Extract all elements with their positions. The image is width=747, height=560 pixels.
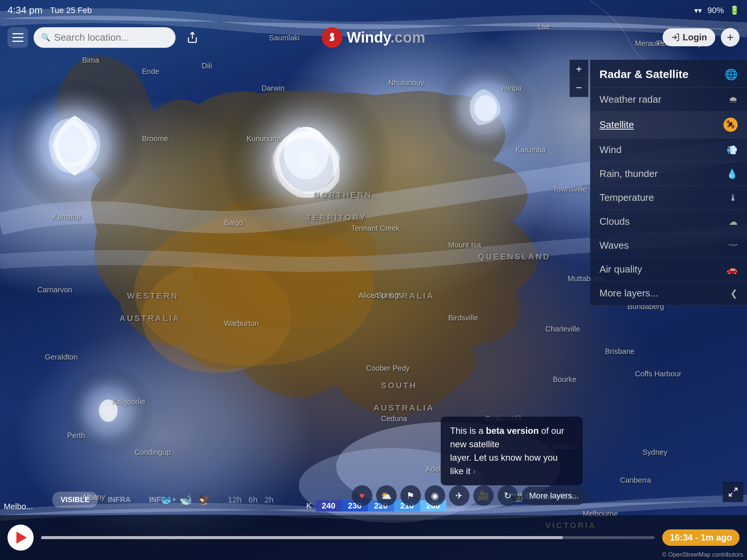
melb-label: Melbo... (4, 502, 33, 511)
svg-line-17 (729, 493, 732, 496)
timeline-progress (41, 536, 563, 539)
status-right: ▾▾ 90% 🔋 (694, 6, 740, 15)
battery-percent: 90% (707, 6, 724, 15)
beta-notice[interactable]: This is a beta version of our new satell… (441, 417, 583, 485)
time-labels: 12h 6h 2h (228, 495, 273, 505)
panel-row-clouds[interactable]: Clouds ☁ (590, 210, 747, 234)
satellite-active-badge: 🛰 (723, 118, 738, 132)
wind-label: Wind (599, 144, 622, 156)
right-panel: Radar & Satellite 🌐 Weather radar 🌧 Sate… (590, 60, 747, 305)
bird-icon[interactable]: 🦅 (198, 494, 211, 506)
zoom-controls: + − (570, 60, 588, 97)
panel-header: Radar & Satellite 🌐 (590, 60, 747, 88)
share-button[interactable] (183, 28, 202, 47)
filter-icons: 🐟 🐋 🦅 12h 6h 2h (161, 494, 273, 506)
svg-line-16 (734, 488, 737, 491)
top-right-buttons: Login + (663, 28, 740, 47)
waves-icon: 〰 (729, 240, 738, 251)
panel-row-wind[interactable]: Wind 💨 (590, 138, 747, 162)
play-button[interactable] (7, 525, 34, 551)
temperature-icon: 🌡 (729, 193, 738, 203)
satellite-label: Satellite (599, 119, 634, 131)
video-button[interactable]: 🎥 (473, 485, 494, 506)
tab-infra[interactable]: INFRA (100, 492, 139, 508)
search-bar[interactable]: 🔍 (34, 27, 176, 48)
login-button[interactable]: Login (663, 28, 715, 46)
menu-line-3 (12, 41, 24, 42)
search-icon: 🔍 (41, 33, 50, 42)
nav-button[interactable]: ◉ (425, 485, 445, 506)
panel-row-more-layers[interactable]: More layers... ❮ (590, 281, 747, 305)
panel-row-weather-radar[interactable]: Weather radar 🌧 (590, 88, 747, 112)
panel-title: Radar & Satellite (599, 68, 688, 81)
current-time-badge: 16:34 - 1m ago (662, 529, 740, 546)
panel-row-temperature[interactable]: Temperature 🌡 (590, 186, 747, 210)
more-layers-bottom-label: More layers... (529, 491, 579, 501)
status-bar: 4:34 pm Tue 25 Feb ▾▾ 90% 🔋 (0, 0, 747, 21)
play-triangle (16, 532, 27, 544)
more-layers-label: More layers... (599, 287, 658, 299)
scale-240: 240 (316, 500, 342, 511)
status-time: 4:34 pm (7, 4, 43, 16)
beta-text: This is a beta version of our new satell… (450, 426, 564, 476)
rain-icon: 💧 (726, 169, 738, 179)
timeline-track[interactable] (41, 536, 655, 539)
waves-label: Waves (599, 240, 629, 251)
panel-row-air-quality[interactable]: Air quality 🚗 (590, 258, 747, 281)
rain-label: Rain, thunder (599, 168, 658, 180)
collapse-icon: ❮ (730, 288, 738, 299)
wifi-icon: ▾▾ (694, 6, 702, 15)
air-quality-label: Air quality (599, 264, 642, 275)
timeline (41, 536, 655, 539)
zoom-in-button[interactable]: + (570, 60, 588, 78)
battery-icon: 🔋 (729, 6, 740, 15)
temperature-label: Temperature (599, 192, 654, 203)
flag-button[interactable]: ⚑ (400, 485, 421, 506)
bottom-bar: 16:34 - 1m ago (0, 515, 747, 560)
windy-text: Windy.com (347, 29, 425, 46)
zoom-out-button[interactable]: − (570, 78, 588, 97)
bottom-action-row: ♥ ⛅ ⚑ ◉ ✈ 🎥 ↻ More layers... (352, 485, 586, 506)
clouds-icon: ☁ (729, 217, 738, 227)
panel-row-rain[interactable]: Rain, thunder 💧 (590, 162, 747, 186)
panel-row-satellite[interactable]: Satellite 🛰 (590, 112, 747, 138)
air-quality-icon: 🚗 (726, 264, 738, 275)
globe-icon: 🌐 (725, 68, 738, 81)
menu-line-1 (12, 33, 24, 34)
plane-button[interactable]: ✈ (449, 485, 469, 506)
fullscreen-button[interactable] (723, 482, 743, 502)
windy-brand-icon (322, 27, 342, 48)
cycle-button[interactable]: ↻ (498, 485, 518, 506)
more-layers-bottom-button[interactable]: More layers... (522, 486, 586, 505)
weather-radar-label: Weather radar (599, 94, 661, 105)
scale-unit-label: K (306, 501, 312, 511)
top-bar: 🔍 Windy.com Login + (0, 21, 747, 54)
tab-visible[interactable]: VISIBLE (52, 492, 98, 508)
status-date: Tue 25 Feb (50, 6, 92, 15)
add-button[interactable]: + (721, 28, 740, 47)
heart-button[interactable]: ♥ (352, 485, 372, 506)
clouds-label: Clouds (599, 216, 630, 227)
windy-logo: Windy.com (322, 27, 425, 48)
attribution: © OpenStreetMap contributors (662, 551, 743, 558)
weather-radar-icon: 🌧 (729, 94, 738, 105)
weather-info-button[interactable]: ⛅ (376, 485, 397, 506)
melb-area: Melbo... (4, 502, 33, 511)
search-input[interactable] (54, 32, 176, 43)
menu-line-2 (12, 37, 24, 38)
panel-row-waves[interactable]: Waves 〰 (590, 234, 747, 258)
fish-icon[interactable]: 🐟 (161, 494, 174, 506)
wind-icon: 💨 (726, 145, 738, 155)
menu-button[interactable] (7, 27, 28, 48)
whale-icon[interactable]: 🐋 (179, 494, 192, 506)
